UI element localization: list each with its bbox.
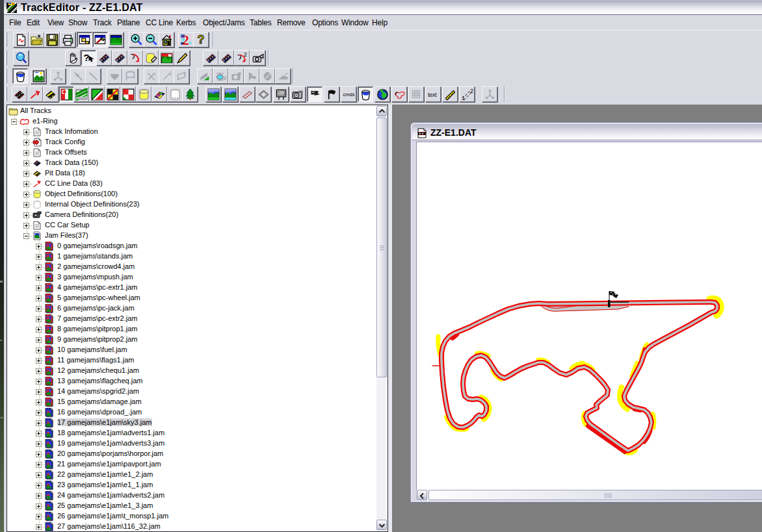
svg-text:?: ?: [198, 34, 205, 46]
svg-text:cmds: cmds: [343, 92, 355, 97]
svg-text:300: 300: [278, 92, 285, 95]
svg-text:1: 1: [462, 95, 465, 101]
svg-text:text: text: [428, 92, 437, 98]
svg-text:2: 2: [470, 88, 473, 94]
svg-text:2: 2: [183, 34, 189, 46]
svg-text:1: 1: [169, 70, 172, 77]
svg-text:2: 2: [244, 52, 247, 58]
svg-text:1: 1: [184, 71, 187, 76]
svg-text:?: ?: [83, 52, 89, 63]
